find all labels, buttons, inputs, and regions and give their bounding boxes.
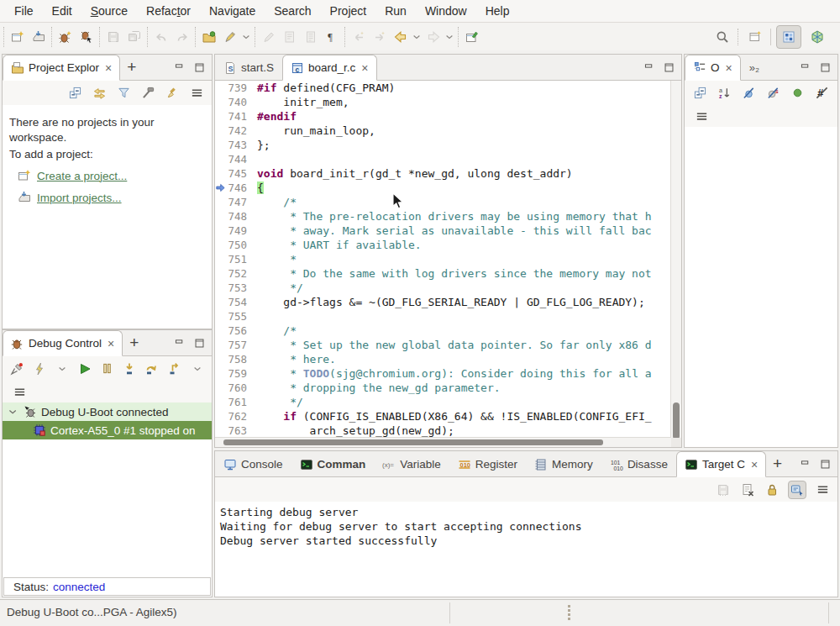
code-line[interactable]: 739#if defined(CFG_PRAM): [215, 81, 681, 95]
code-line[interactable]: 763 arch_setup_gd(new_gd);: [215, 423, 681, 438]
code-line[interactable]: 757 * Set up the new global data pointer…: [215, 338, 681, 352]
tab-comman[interactable]: Comman: [291, 451, 375, 477]
close-icon[interactable]: ×: [105, 62, 112, 74]
code-line[interactable]: 754 gd->flags &= ~(GD_FLG_SERIAL_READY |…: [215, 295, 681, 309]
code-line[interactable]: 740 initr_mem,: [215, 95, 681, 109]
chevron-down-button[interactable]: [55, 360, 70, 377]
save-button[interactable]: [102, 27, 123, 47]
maximize-button[interactable]: [818, 60, 832, 74]
tab-project-explorer[interactable]: Project Explor ×: [3, 55, 120, 81]
scroll-lock-button[interactable]: [764, 481, 780, 498]
pin-editor-button[interactable]: [461, 27, 482, 47]
suspend-button[interactable]: [100, 360, 115, 377]
menu-window[interactable]: Window: [416, 2, 476, 20]
step-return-button[interactable]: [167, 360, 182, 377]
chevron-down-button[interactable]: [240, 27, 252, 47]
save-all-button[interactable]: [123, 27, 144, 47]
tab-target-c[interactable]: Target C×: [676, 451, 766, 477]
line-number[interactable]: 748: [215, 209, 257, 224]
code-line[interactable]: 741#endif: [215, 109, 681, 124]
close-icon[interactable]: ×: [726, 62, 732, 74]
step-into-button[interactable]: [122, 360, 137, 377]
line-number[interactable]: 741: [215, 109, 257, 124]
open-perspective-button[interactable]: [744, 27, 765, 47]
maximize-button[interactable]: [818, 457, 832, 471]
code-line[interactable]: 750 * UART if available.: [215, 238, 681, 252]
code-line[interactable]: 761 */: [215, 395, 681, 409]
show-public-button[interactable]: [789, 85, 806, 102]
debug-tree-item[interactable]: Debug U-Boot connected: [3, 402, 212, 421]
line-number[interactable]: 761: [215, 395, 257, 409]
horizontal-scrollbar[interactable]: [215, 437, 671, 447]
minimize-button[interactable]: [172, 336, 186, 350]
line-number[interactable]: 763: [215, 423, 257, 438]
menu-run[interactable]: Run: [375, 2, 416, 20]
clear-console-button[interactable]: [739, 481, 756, 498]
code-line[interactable]: 744: [215, 152, 681, 166]
undo-button[interactable]: [150, 27, 171, 47]
menu-edit[interactable]: Edit: [43, 2, 81, 20]
code-line[interactable]: 742 run_main_loop,: [215, 124, 681, 138]
code-line[interactable]: 752 * Do the same with log drivers since…: [215, 266, 681, 281]
line-number[interactable]: 757: [215, 338, 257, 352]
attach-debug-button[interactable]: [76, 27, 97, 47]
line-number[interactable]: 760: [215, 381, 257, 395]
maximize-button[interactable]: [662, 60, 675, 74]
chevron-down-button[interactable]: [411, 27, 423, 47]
link-import-projects[interactable]: Import projects...: [6, 191, 208, 204]
show-doc-button[interactable]: [300, 27, 321, 47]
debug-tree-item[interactable]: Cortex-A55_0 #1 stopped on: [3, 421, 212, 439]
line-number[interactable]: 747: [215, 195, 257, 209]
last-edit-fwd-button[interactable]: [369, 27, 390, 47]
line-number[interactable]: 745: [215, 166, 257, 181]
menu-project[interactable]: Project: [321, 2, 376, 20]
code-line[interactable]: 759 * TODO(sjg@chromium.org): Consider d…: [215, 366, 681, 381]
line-number[interactable]: 759: [215, 366, 257, 381]
save-console-button[interactable]: [715, 481, 732, 498]
minimize-button[interactable]: [172, 60, 186, 74]
line-number[interactable]: 744: [215, 152, 257, 166]
line-number[interactable]: 751: [215, 252, 257, 266]
tab-more-views[interactable]: »₂: [741, 55, 768, 81]
line-number[interactable]: 755: [215, 309, 257, 324]
hide-inactive-button[interactable]: #: [813, 85, 830, 102]
tab-variable[interactable]: (x)=Variable: [374, 451, 449, 477]
menu-navigate[interactable]: Navigate: [200, 2, 265, 20]
new-view-button[interactable]: +: [123, 330, 145, 355]
code-line[interactable]: 762 if (CONFIG_IS_ENABLED(X86_64) && !IS…: [215, 409, 681, 423]
line-number[interactable]: 740: [215, 95, 257, 109]
tab-register[interactable]: 010Register: [449, 451, 526, 477]
flash-button[interactable]: [32, 360, 47, 377]
tab-console[interactable]: Console: [215, 451, 291, 477]
code-line[interactable]: 758 * here.: [215, 352, 681, 366]
disconnect-button[interactable]: [9, 360, 24, 377]
tab-board-r-c[interactable]: cboard_r.c×: [282, 55, 376, 81]
line-number[interactable]: 743: [215, 138, 257, 152]
last-edit-back-button[interactable]: [348, 27, 369, 47]
clean-button[interactable]: [164, 85, 181, 102]
code-line[interactable]: 743};: [215, 138, 681, 152]
code-line[interactable]: 751 *: [215, 252, 681, 266]
menu-search[interactable]: Search: [265, 2, 320, 20]
menu-refactor[interactable]: Refactor: [137, 2, 200, 20]
collapse-all-button[interactable]: [66, 85, 83, 102]
minimize-button[interactable]: [642, 60, 655, 74]
close-icon[interactable]: ×: [108, 338, 114, 350]
redo-button[interactable]: [171, 27, 192, 47]
line-number[interactable]: 749: [215, 224, 257, 238]
view-menu-button[interactable]: [814, 481, 831, 498]
minimize-button[interactable]: [798, 457, 811, 471]
chevron-down-button[interactable]: [444, 27, 455, 47]
maximize-button[interactable]: [192, 336, 206, 350]
scrollbar-thumb[interactable]: [673, 402, 680, 439]
maximize-button[interactable]: [192, 60, 206, 74]
vertical-scrollbar[interactable]: [670, 81, 681, 438]
hide-fields-button[interactable]: [740, 85, 757, 102]
line-number[interactable]: 742: [215, 124, 257, 138]
menu-help[interactable]: Help: [476, 2, 519, 20]
code-line[interactable]: 745void board_init_r(gd_t *new_gd, ulong…: [215, 166, 681, 181]
code-line[interactable]: 748 * The pre-relocation drivers may be …: [215, 209, 681, 224]
tab-debug-control[interactable]: Debug Control ×: [3, 330, 123, 356]
nav-back-button[interactable]: [390, 27, 411, 47]
view-menu-button[interactable]: [188, 85, 205, 102]
